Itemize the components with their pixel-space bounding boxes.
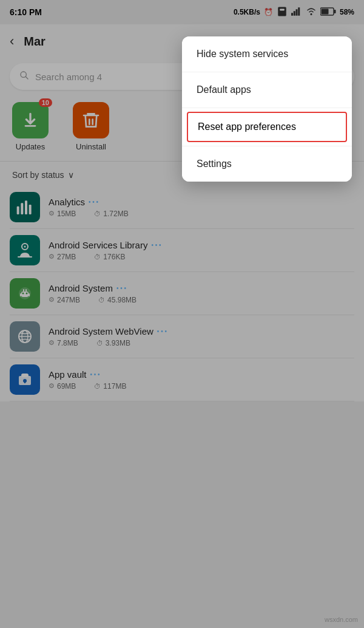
menu-item-settings[interactable]: Settings bbox=[182, 146, 352, 182]
menu-item-reset-prefs-wrapper[interactable]: Reset app preferences bbox=[182, 108, 352, 146]
menu-item-reset-prefs[interactable]: Reset app preferences bbox=[187, 112, 347, 142]
menu-item-hide-system[interactable]: Hide system services bbox=[182, 36, 352, 72]
dropdown-menu: Hide system services Default apps Reset … bbox=[182, 36, 352, 182]
menu-item-default-apps[interactable]: Default apps bbox=[182, 72, 352, 108]
